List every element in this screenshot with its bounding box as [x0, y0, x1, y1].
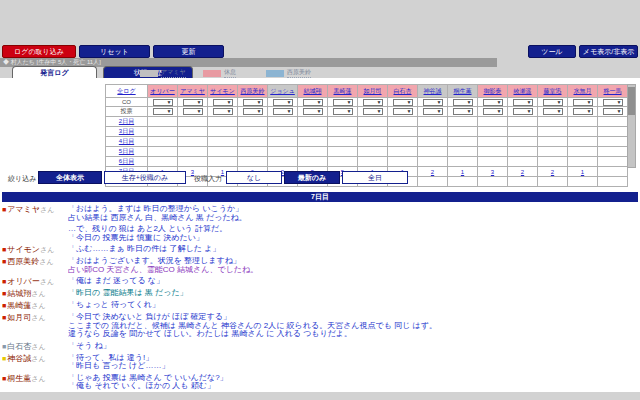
vote-select[interactable]: ▼	[363, 108, 383, 115]
vote-select[interactable]: ▼	[303, 108, 323, 115]
legend-label: 西原美鈴	[287, 68, 311, 78]
speaker-name: ■オリバーさん	[2, 277, 68, 286]
co-select[interactable]: ▼	[213, 99, 233, 106]
co-select[interactable]: ▼	[273, 99, 293, 106]
player-name-link[interactable]: ジョシュ	[270, 88, 295, 94]
update-button[interactable]: 更新	[153, 45, 224, 58]
speaker-name: ■如月司さん	[2, 313, 68, 339]
reset-button[interactable]: リセット	[79, 45, 150, 58]
message-block: 「待って、私は 違う!」「昨日も 言った けど……」	[68, 354, 638, 371]
player-name-link[interactable]: オリバー	[150, 88, 174, 94]
tab-speech-log[interactable]: 発言ログ	[12, 66, 97, 78]
co-select[interactable]: ▼	[573, 99, 593, 106]
vote-select[interactable]: ▼	[603, 108, 623, 115]
player-column-header: 綾瀬遥	[508, 85, 538, 98]
role-none-button[interactable]: なし	[226, 171, 282, 184]
vote-select[interactable]: ▼	[513, 108, 533, 115]
co-select[interactable]: ▼	[243, 99, 263, 106]
co-select[interactable]: ▼	[513, 99, 533, 106]
co-select[interactable]: ▼	[423, 99, 443, 106]
log-entry: ■神谷誠さん「待って、私は 違う!」「昨日も 言った けど……」	[2, 354, 638, 371]
co-select[interactable]: ▼	[183, 99, 203, 106]
message-line: 「じゃあ 投票は 黒崎さん で いいんだな?」	[68, 374, 638, 383]
chevron-down-icon: ▼	[587, 108, 592, 114]
speech-count-link[interactable]: 2	[551, 169, 554, 175]
player-name-link[interactable]: 柊一馬	[604, 88, 622, 94]
player-name-link[interactable]: 水無月	[574, 88, 592, 94]
filter-alive-only-button[interactable]: 生存+役職のみ	[104, 171, 186, 184]
day-link[interactable]: 6日目	[119, 158, 134, 164]
role-latest-button[interactable]: 最新のみ	[284, 171, 340, 184]
speech-count-link[interactable]: 1	[581, 169, 584, 175]
vote-select[interactable]: ▼	[393, 108, 413, 115]
day-link[interactable]: 4日目	[119, 138, 134, 144]
speech-count-link[interactable]: 2	[431, 169, 434, 175]
vote-select[interactable]: ▼	[423, 108, 443, 115]
player-column-header: オリバー	[148, 85, 178, 98]
vote-select[interactable]: ▼	[273, 108, 293, 115]
message-line: 「ちょっと 待ってくれ」	[68, 301, 638, 310]
co-select[interactable]: ▼	[303, 99, 323, 106]
day-banner: 7日目	[2, 192, 638, 202]
vote-select[interactable]: ▼	[153, 108, 173, 115]
vote-select[interactable]: ▼	[243, 108, 263, 115]
chevron-down-icon: ▼	[467, 99, 472, 105]
co-select[interactable]: ▼	[603, 99, 623, 106]
player-name-link[interactable]: 結城翔	[304, 88, 322, 94]
chevron-down-icon: ▼	[377, 99, 382, 105]
player-name-link[interactable]: 綾瀬遥	[514, 88, 532, 94]
player-name-link[interactable]: 藤堂迅	[544, 88, 562, 94]
speaker-suffix: さん	[31, 375, 45, 382]
vote-select[interactable]: ▼	[573, 108, 593, 115]
speech-count-link[interactable]: 2	[521, 169, 524, 175]
player-name-link[interactable]: 黒崎蓮	[334, 88, 352, 94]
chevron-down-icon: ▼	[497, 99, 502, 105]
tools-button[interactable]: ツール	[528, 45, 576, 58]
co-select[interactable]: ▼	[393, 99, 413, 106]
message-line: 「昨日の 霊能結果は 黒 だった」	[68, 289, 638, 298]
speaker-name-text: オリバー	[7, 277, 40, 286]
speaker-suffix: さん	[31, 355, 45, 362]
table-scrollbar[interactable]	[627, 84, 636, 168]
co-select[interactable]: ▼	[483, 99, 503, 106]
vote-select[interactable]: ▼	[453, 108, 473, 115]
player-name-link[interactable]: 如月司	[364, 88, 382, 94]
player-name-link[interactable]: アマミヤ	[180, 88, 205, 94]
chevron-down-icon: ▼	[347, 99, 352, 105]
player-name-link[interactable]: 桐生薫	[454, 88, 472, 94]
log-entry: ■桐生薫さん「じゃあ 投票は 黒崎さん で いいんだな?」「俺も それで いく。…	[2, 374, 638, 391]
speech-count-link[interactable]: 3	[491, 169, 494, 175]
player-name-link[interactable]: サイモン	[210, 88, 235, 94]
filter-show-all-button[interactable]: 全体表示	[38, 171, 102, 184]
speaker-bullet-icon: ■	[2, 343, 6, 350]
vote-select[interactable]: ▼	[183, 108, 203, 115]
role-all-day-button[interactable]: 全日	[342, 171, 408, 184]
co-select[interactable]: ▼	[333, 99, 353, 106]
player-name-link[interactable]: 御影奏	[484, 88, 502, 94]
player-name-link[interactable]: 西原美鈴	[241, 88, 265, 94]
vote-select[interactable]: ▼	[483, 108, 503, 115]
player-column-header: 神谷誠	[418, 85, 448, 98]
day-link[interactable]: 3日目	[119, 128, 134, 134]
chevron-down-icon: ▼	[407, 99, 412, 105]
speaker-bullet-icon: ■	[2, 355, 6, 362]
table-scrollbar-thumb[interactable]	[628, 87, 635, 115]
player-name-link[interactable]: 神谷誠	[424, 88, 442, 94]
all-log-link[interactable]: 全ログ	[117, 88, 135, 94]
chevron-down-icon: ▼	[497, 108, 502, 114]
message-line: 「俺は まだ 迷ってる な」	[68, 277, 638, 286]
day-link[interactable]: 2日目	[119, 118, 134, 124]
co-select[interactable]: ▼	[153, 99, 173, 106]
co-select[interactable]: ▼	[453, 99, 473, 106]
day-link[interactable]: 5日目	[119, 148, 134, 154]
co-select[interactable]: ▼	[363, 99, 383, 106]
co-select[interactable]: ▼	[543, 99, 563, 106]
memo-toggle-button[interactable]: メモ表示/非表示	[579, 45, 638, 58]
speech-count-link[interactable]: 1	[461, 169, 464, 175]
chevron-down-icon: ▼	[257, 108, 262, 114]
vote-select[interactable]: ▼	[333, 108, 353, 115]
player-name-link[interactable]: 白石杏	[394, 88, 412, 94]
log-import-button[interactable]: ログの取り込み	[2, 45, 76, 58]
vote-select[interactable]: ▼	[543, 108, 563, 115]
vote-select[interactable]: ▼	[213, 108, 233, 115]
